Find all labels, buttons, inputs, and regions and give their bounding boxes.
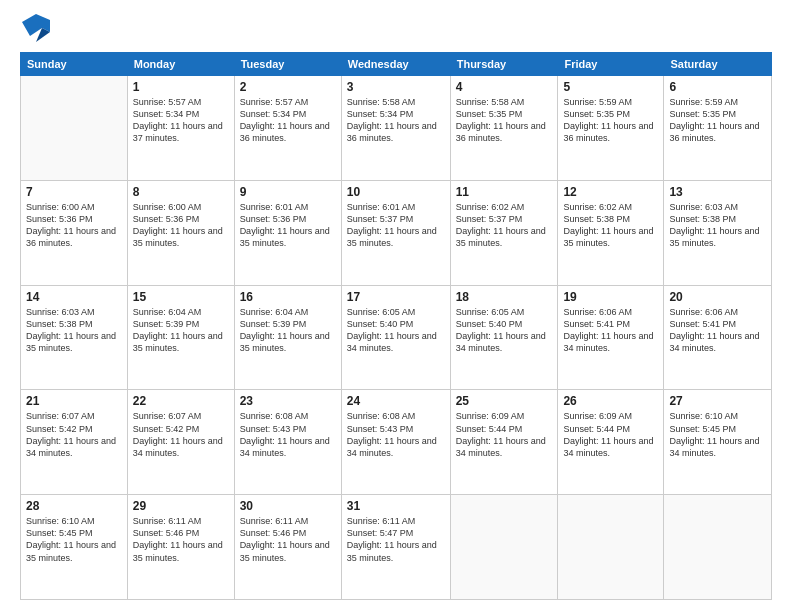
day-info: Sunrise: 6:11 AMSunset: 5:46 PMDaylight:… bbox=[240, 515, 336, 564]
weekday-header-thursday: Thursday bbox=[450, 53, 558, 76]
calendar-cell: 4Sunrise: 5:58 AMSunset: 5:35 PMDaylight… bbox=[450, 76, 558, 181]
calendar-cell: 20Sunrise: 6:06 AMSunset: 5:41 PMDayligh… bbox=[664, 285, 772, 390]
day-info: Sunrise: 6:06 AMSunset: 5:41 PMDaylight:… bbox=[563, 306, 658, 355]
day-info: Sunrise: 6:10 AMSunset: 5:45 PMDaylight:… bbox=[26, 515, 122, 564]
day-info: Sunrise: 6:09 AMSunset: 5:44 PMDaylight:… bbox=[456, 410, 553, 459]
calendar-cell: 27Sunrise: 6:10 AMSunset: 5:45 PMDayligh… bbox=[664, 390, 772, 495]
calendar-cell: 19Sunrise: 6:06 AMSunset: 5:41 PMDayligh… bbox=[558, 285, 664, 390]
day-info: Sunrise: 6:04 AMSunset: 5:39 PMDaylight:… bbox=[133, 306, 229, 355]
day-info: Sunrise: 5:58 AMSunset: 5:35 PMDaylight:… bbox=[456, 96, 553, 145]
day-number: 13 bbox=[669, 185, 766, 199]
day-info: Sunrise: 6:00 AMSunset: 5:36 PMDaylight:… bbox=[133, 201, 229, 250]
week-row-2: 14Sunrise: 6:03 AMSunset: 5:38 PMDayligh… bbox=[21, 285, 772, 390]
calendar-cell: 18Sunrise: 6:05 AMSunset: 5:40 PMDayligh… bbox=[450, 285, 558, 390]
calendar-cell: 30Sunrise: 6:11 AMSunset: 5:46 PMDayligh… bbox=[234, 495, 341, 600]
day-number: 10 bbox=[347, 185, 445, 199]
calendar-cell: 9Sunrise: 6:01 AMSunset: 5:36 PMDaylight… bbox=[234, 180, 341, 285]
day-number: 14 bbox=[26, 290, 122, 304]
day-info: Sunrise: 6:07 AMSunset: 5:42 PMDaylight:… bbox=[133, 410, 229, 459]
day-info: Sunrise: 6:08 AMSunset: 5:43 PMDaylight:… bbox=[347, 410, 445, 459]
weekday-header-monday: Monday bbox=[127, 53, 234, 76]
calendar-cell: 31Sunrise: 6:11 AMSunset: 5:47 PMDayligh… bbox=[341, 495, 450, 600]
day-info: Sunrise: 6:11 AMSunset: 5:46 PMDaylight:… bbox=[133, 515, 229, 564]
day-number: 4 bbox=[456, 80, 553, 94]
day-number: 7 bbox=[26, 185, 122, 199]
day-info: Sunrise: 6:01 AMSunset: 5:36 PMDaylight:… bbox=[240, 201, 336, 250]
day-info: Sunrise: 5:59 AMSunset: 5:35 PMDaylight:… bbox=[563, 96, 658, 145]
day-info: Sunrise: 6:02 AMSunset: 5:38 PMDaylight:… bbox=[563, 201, 658, 250]
day-number: 20 bbox=[669, 290, 766, 304]
day-number: 30 bbox=[240, 499, 336, 513]
week-row-3: 21Sunrise: 6:07 AMSunset: 5:42 PMDayligh… bbox=[21, 390, 772, 495]
calendar-cell: 15Sunrise: 6:04 AMSunset: 5:39 PMDayligh… bbox=[127, 285, 234, 390]
day-number: 27 bbox=[669, 394, 766, 408]
day-number: 8 bbox=[133, 185, 229, 199]
day-info: Sunrise: 6:05 AMSunset: 5:40 PMDaylight:… bbox=[347, 306, 445, 355]
calendar-cell: 13Sunrise: 6:03 AMSunset: 5:38 PMDayligh… bbox=[664, 180, 772, 285]
day-number: 26 bbox=[563, 394, 658, 408]
day-number: 11 bbox=[456, 185, 553, 199]
day-number: 2 bbox=[240, 80, 336, 94]
calendar-cell: 23Sunrise: 6:08 AMSunset: 5:43 PMDayligh… bbox=[234, 390, 341, 495]
calendar-cell: 24Sunrise: 6:08 AMSunset: 5:43 PMDayligh… bbox=[341, 390, 450, 495]
weekday-header-friday: Friday bbox=[558, 53, 664, 76]
week-row-0: 1Sunrise: 5:57 AMSunset: 5:34 PMDaylight… bbox=[21, 76, 772, 181]
day-info: Sunrise: 6:10 AMSunset: 5:45 PMDaylight:… bbox=[669, 410, 766, 459]
weekday-header-sunday: Sunday bbox=[21, 53, 128, 76]
calendar-cell bbox=[21, 76, 128, 181]
calendar-cell: 21Sunrise: 6:07 AMSunset: 5:42 PMDayligh… bbox=[21, 390, 128, 495]
day-info: Sunrise: 6:03 AMSunset: 5:38 PMDaylight:… bbox=[26, 306, 122, 355]
calendar-cell: 22Sunrise: 6:07 AMSunset: 5:42 PMDayligh… bbox=[127, 390, 234, 495]
day-number: 18 bbox=[456, 290, 553, 304]
day-info: Sunrise: 6:04 AMSunset: 5:39 PMDaylight:… bbox=[240, 306, 336, 355]
calendar-cell: 6Sunrise: 5:59 AMSunset: 5:35 PMDaylight… bbox=[664, 76, 772, 181]
week-row-1: 7Sunrise: 6:00 AMSunset: 5:36 PMDaylight… bbox=[21, 180, 772, 285]
calendar-table: SundayMondayTuesdayWednesdayThursdayFrid… bbox=[20, 52, 772, 600]
day-info: Sunrise: 6:07 AMSunset: 5:42 PMDaylight:… bbox=[26, 410, 122, 459]
calendar-cell: 7Sunrise: 6:00 AMSunset: 5:36 PMDaylight… bbox=[21, 180, 128, 285]
calendar-cell: 12Sunrise: 6:02 AMSunset: 5:38 PMDayligh… bbox=[558, 180, 664, 285]
day-number: 23 bbox=[240, 394, 336, 408]
day-info: Sunrise: 6:03 AMSunset: 5:38 PMDaylight:… bbox=[669, 201, 766, 250]
day-info: Sunrise: 6:02 AMSunset: 5:37 PMDaylight:… bbox=[456, 201, 553, 250]
header bbox=[20, 18, 772, 42]
calendar-cell: 16Sunrise: 6:04 AMSunset: 5:39 PMDayligh… bbox=[234, 285, 341, 390]
day-info: Sunrise: 6:08 AMSunset: 5:43 PMDaylight:… bbox=[240, 410, 336, 459]
calendar-cell: 11Sunrise: 6:02 AMSunset: 5:37 PMDayligh… bbox=[450, 180, 558, 285]
weekday-header-tuesday: Tuesday bbox=[234, 53, 341, 76]
calendar-cell: 3Sunrise: 5:58 AMSunset: 5:34 PMDaylight… bbox=[341, 76, 450, 181]
calendar-cell: 1Sunrise: 5:57 AMSunset: 5:34 PMDaylight… bbox=[127, 76, 234, 181]
day-number: 16 bbox=[240, 290, 336, 304]
day-info: Sunrise: 6:06 AMSunset: 5:41 PMDaylight:… bbox=[669, 306, 766, 355]
calendar-cell: 10Sunrise: 6:01 AMSunset: 5:37 PMDayligh… bbox=[341, 180, 450, 285]
day-number: 21 bbox=[26, 394, 122, 408]
calendar-cell: 14Sunrise: 6:03 AMSunset: 5:38 PMDayligh… bbox=[21, 285, 128, 390]
day-number: 5 bbox=[563, 80, 658, 94]
day-info: Sunrise: 6:01 AMSunset: 5:37 PMDaylight:… bbox=[347, 201, 445, 250]
day-number: 9 bbox=[240, 185, 336, 199]
day-number: 17 bbox=[347, 290, 445, 304]
day-number: 24 bbox=[347, 394, 445, 408]
day-number: 31 bbox=[347, 499, 445, 513]
calendar-cell: 2Sunrise: 5:57 AMSunset: 5:34 PMDaylight… bbox=[234, 76, 341, 181]
day-number: 6 bbox=[669, 80, 766, 94]
day-info: Sunrise: 6:00 AMSunset: 5:36 PMDaylight:… bbox=[26, 201, 122, 250]
weekday-header-wednesday: Wednesday bbox=[341, 53, 450, 76]
day-info: Sunrise: 5:59 AMSunset: 5:35 PMDaylight:… bbox=[669, 96, 766, 145]
day-info: Sunrise: 5:58 AMSunset: 5:34 PMDaylight:… bbox=[347, 96, 445, 145]
day-number: 3 bbox=[347, 80, 445, 94]
calendar-cell: 17Sunrise: 6:05 AMSunset: 5:40 PMDayligh… bbox=[341, 285, 450, 390]
calendar-cell: 8Sunrise: 6:00 AMSunset: 5:36 PMDaylight… bbox=[127, 180, 234, 285]
calendar-cell: 26Sunrise: 6:09 AMSunset: 5:44 PMDayligh… bbox=[558, 390, 664, 495]
logo-icon bbox=[22, 14, 50, 42]
day-info: Sunrise: 6:09 AMSunset: 5:44 PMDaylight:… bbox=[563, 410, 658, 459]
calendar-cell: 28Sunrise: 6:10 AMSunset: 5:45 PMDayligh… bbox=[21, 495, 128, 600]
week-row-4: 28Sunrise: 6:10 AMSunset: 5:45 PMDayligh… bbox=[21, 495, 772, 600]
day-number: 22 bbox=[133, 394, 229, 408]
day-number: 1 bbox=[133, 80, 229, 94]
logo bbox=[20, 18, 50, 42]
calendar-cell: 5Sunrise: 5:59 AMSunset: 5:35 PMDaylight… bbox=[558, 76, 664, 181]
calendar-cell: 25Sunrise: 6:09 AMSunset: 5:44 PMDayligh… bbox=[450, 390, 558, 495]
weekday-header-row: SundayMondayTuesdayWednesdayThursdayFrid… bbox=[21, 53, 772, 76]
calendar-cell bbox=[664, 495, 772, 600]
